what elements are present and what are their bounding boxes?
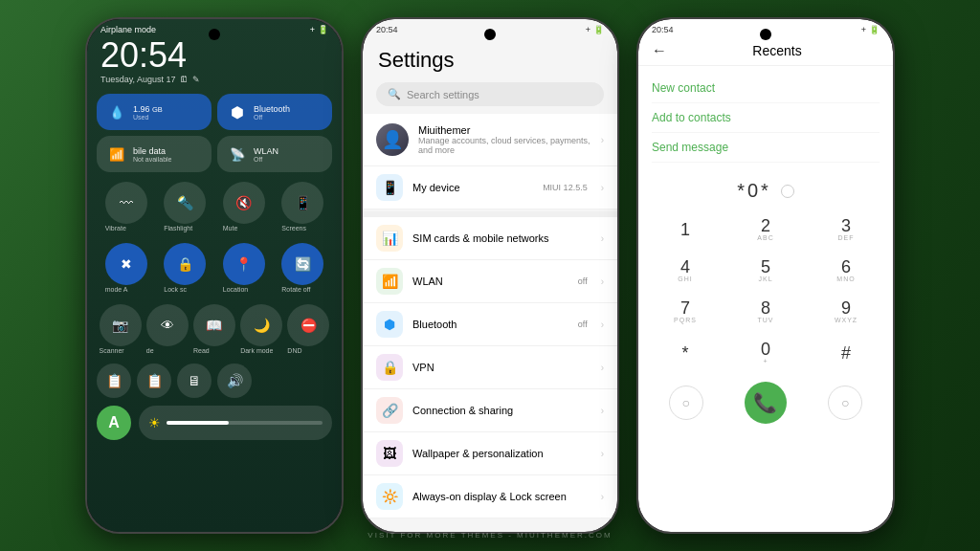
- dialer-screen: 20:54 + 🔋 ← Recents New contact Add to c…: [638, 19, 893, 532]
- screens-btn[interactable]: 📱: [281, 182, 323, 224]
- recents-send-message[interactable]: Send message: [652, 133, 880, 163]
- read-label: Read: [193, 347, 235, 354]
- vpn-arrow: ›: [601, 363, 604, 373]
- sim-item[interactable]: 📊 SIM cards & mobile networks ›: [363, 217, 617, 260]
- dial-key-2[interactable]: 2 ABC: [726, 209, 805, 249]
- back-button[interactable]: ←: [652, 42, 667, 59]
- control-center-screen: Airplane mode + 🔋 20:54 Tuesday, August …: [87, 19, 342, 532]
- vibrate-label: Vibrate: [105, 225, 147, 231]
- profile-name: Miuithemer: [418, 124, 591, 136]
- brightness-fill: [167, 421, 229, 425]
- de-btn[interactable]: 👁: [146, 304, 189, 346]
- data-tile[interactable]: 💧 1.96 GB Used: [97, 94, 212, 130]
- my-device-icon: 📱: [376, 174, 403, 201]
- call-button[interactable]: 📞: [745, 382, 787, 424]
- screens-label: Screens: [281, 225, 323, 231]
- dial-key-0[interactable]: 0 +: [726, 333, 805, 372]
- darkmode-label: Dark mode: [240, 347, 282, 354]
- avatar[interactable]: A: [97, 406, 131, 440]
- quick-tiles: 💧 1.96 GB Used ⬢ Bluetooth Off 📶: [87, 90, 342, 176]
- bluetooth-settings-text: Bluetooth: [412, 319, 568, 330]
- clipboard-btn[interactable]: 📋: [137, 364, 171, 398]
- recents-list: New contact Add to contacts Send message: [638, 66, 893, 170]
- dial-key-9[interactable]: 9 WXYZ: [807, 292, 885, 331]
- mobile-status: Not available: [133, 156, 171, 163]
- wifi-icon: 📡: [227, 143, 248, 165]
- date-display: Tuesday, August 17 🗓 ✎: [87, 75, 342, 90]
- brightness-control[interactable]: ☀: [139, 406, 332, 440]
- mute-btn[interactable]: 🔇: [223, 182, 265, 224]
- dial-key-3[interactable]: 3 DEF: [807, 209, 885, 249]
- copy-btn[interactable]: 📋: [97, 364, 131, 398]
- settings-profile-item[interactable]: 👤 Miuithemer Manage accounts, cloud serv…: [363, 114, 617, 166]
- plus-icon-3: +: [861, 25, 866, 34]
- dial-display: *0*: [638, 170, 893, 206]
- read-btn[interactable]: 📖: [193, 304, 235, 346]
- voicemail-btn[interactable]: ○: [669, 386, 703, 420]
- scanner-label: Scanner: [100, 347, 142, 354]
- wlan-settings-value: off: [578, 276, 588, 286]
- vibrate-btn[interactable]: 〰: [105, 182, 147, 224]
- punch-hole-3: [760, 29, 771, 40]
- dialpad: 1 2 ABC 3 DEF 4 GHI 5 JKL: [638, 206, 893, 376]
- flashlight-btn[interactable]: 🔦: [164, 182, 206, 224]
- wlan-tile[interactable]: 📡 WLAN Off: [217, 136, 332, 172]
- recents-new-contact[interactable]: New contact: [652, 74, 880, 103]
- wallpaper-item[interactable]: 🖼 Wallpaper & personalization ›: [363, 432, 617, 475]
- mobile-data-tile[interactable]: 📶 bile data Not available: [97, 136, 212, 172]
- location-btn[interactable]: 📍: [223, 243, 265, 285]
- screen-btn[interactable]: 🖥: [177, 364, 212, 398]
- connection-icon: 🔗: [376, 397, 403, 424]
- wallpaper-arrow: ›: [601, 449, 604, 459]
- data-sub: Used: [133, 114, 163, 121]
- mute-label: Mute: [223, 225, 265, 231]
- bluetooth-status: Off: [254, 114, 290, 121]
- wlan-settings-icon: 📶: [376, 268, 403, 295]
- dial-key-hash[interactable]: #: [807, 333, 885, 372]
- bluetooth-settings-arrow: ›: [601, 320, 604, 330]
- dial-key-1[interactable]: 1: [646, 209, 724, 249]
- dnd-label: DND: [287, 347, 329, 354]
- mode-btn[interactable]: ✖: [105, 243, 147, 285]
- bluetooth-settings-item[interactable]: ⬢ Bluetooth off ›: [363, 303, 617, 346]
- darkmode-btn[interactable]: 🌙: [240, 304, 282, 346]
- flashlight-label: Flashlight: [164, 225, 206, 231]
- dial-key-5[interactable]: 5 JKL: [726, 251, 805, 290]
- settings-search-bar[interactable]: 🔍 Search settings: [376, 82, 604, 106]
- dnd-btn[interactable]: ⛔: [287, 304, 329, 346]
- dial-key-4[interactable]: 4 GHI: [646, 251, 724, 290]
- wallpaper-icon: 🖼: [376, 440, 403, 467]
- dial-key-star[interactable]: *: [646, 333, 724, 372]
- my-device-item[interactable]: 📱 My device MIUI 12.5.5 ›: [363, 166, 617, 209]
- dial-key-8[interactable]: 8 TUV: [726, 292, 805, 331]
- bluetooth-tile[interactable]: ⬢ Bluetooth Off: [217, 94, 332, 130]
- connection-arrow: ›: [601, 406, 604, 416]
- recents-title: Recents: [675, 43, 880, 58]
- icon-row-1: 〰 Vibrate 🔦 Flashlight 🔇 Mute 📱 Screens: [87, 176, 342, 237]
- dial-key-6[interactable]: 6 MNO: [807, 251, 885, 290]
- aod-text: Always-on display & Lock screen: [412, 491, 591, 502]
- wlan-item[interactable]: 📶 WLAN off ›: [363, 260, 617, 303]
- aod-item[interactable]: 🔆 Always-on display & Lock screen ›: [363, 475, 617, 518]
- vpn-text: VPN: [412, 362, 591, 373]
- data-icon: 💧: [106, 101, 127, 122]
- vpn-item[interactable]: 🔒 VPN ›: [363, 346, 617, 389]
- dial-key-7[interactable]: 7 PQRS: [646, 292, 724, 331]
- rotate-btn[interactable]: 🔄: [281, 243, 323, 285]
- phone-dialer: 20:54 + 🔋 ← Recents New contact Add to c…: [636, 17, 895, 534]
- recents-add-contact[interactable]: Add to contacts: [652, 103, 880, 133]
- aod-title: Always-on display & Lock screen: [412, 491, 591, 502]
- wlan-status: Off: [254, 156, 278, 163]
- lockscreen-btn[interactable]: 🔒: [164, 243, 206, 285]
- scanner-btn[interactable]: 📷: [100, 304, 142, 346]
- bluetooth-icon: ⬢: [227, 101, 248, 122]
- wlan-label: WLAN: [254, 146, 278, 156]
- volume-btn[interactable]: 🔊: [217, 364, 252, 398]
- brightness-bar: [167, 421, 323, 425]
- wallpaper-text: Wallpaper & personalization: [412, 448, 591, 459]
- connection-item[interactable]: 🔗 Connection & sharing ›: [363, 389, 617, 432]
- dialer-header: ← Recents: [638, 36, 893, 66]
- settings-screen: 20:54 + 🔋 Settings 🔍 Search settings 👤 M…: [363, 19, 617, 532]
- wlan-settings-title: WLAN: [412, 276, 568, 287]
- backspace-btn[interactable]: ○: [828, 386, 862, 420]
